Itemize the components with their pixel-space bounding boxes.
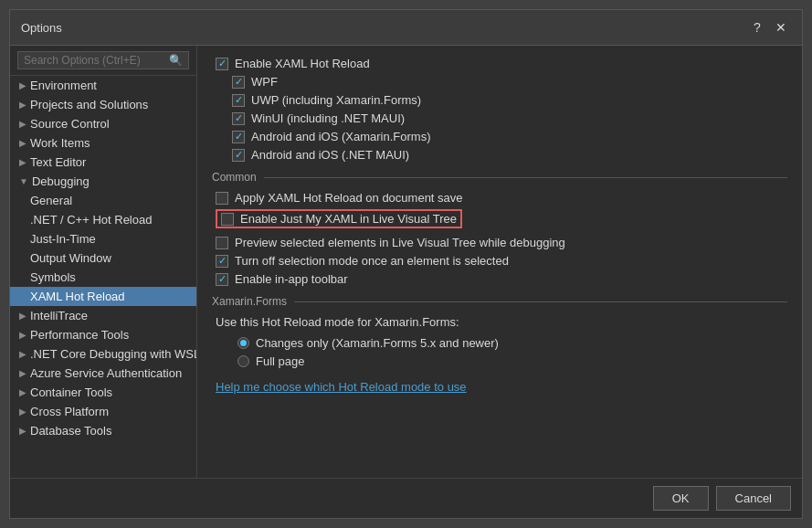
search-input[interactable]	[24, 54, 169, 67]
help-link-row: Help me choose which Hot Reload mode to …	[212, 373, 787, 394]
sidebar-item-output-window[interactable]: Output Window	[10, 248, 196, 268]
option-row-apply-on-save: Apply XAML Hot Reload on document save	[212, 191, 787, 205]
enable-xaml-label: Enable XAML Hot Reload	[235, 57, 370, 70]
content-scroll: Enable XAML Hot Reload WPFUWP (including…	[197, 46, 802, 478]
option-row-uwp: UWP (including Xamarin.Forms)	[212, 93, 787, 107]
checkbox-wpf[interactable]	[232, 76, 245, 89]
search-box: 🔍	[10, 46, 196, 76]
xamarin-description-row: Use this Hot Reload mode for Xamarin.For…	[212, 315, 787, 329]
title-bar: Options ? ✕	[10, 10, 802, 46]
label-preview-selected: Preview selected elements in Live Visual…	[235, 236, 565, 249]
sub-options-area: WPFUWP (including Xamarin.Forms)WinUI (i…	[212, 75, 787, 162]
common-options-area: Apply XAML Hot Reload on document saveEn…	[212, 191, 787, 286]
arrow-icon-performance-tools: ▶	[19, 330, 26, 340]
cancel-button[interactable]: Cancel	[716, 486, 791, 511]
sidebar-item-general[interactable]: General	[10, 191, 196, 210]
sidebar-item-work-items[interactable]: ▶Work Items	[10, 133, 196, 153]
option-row-wpf: WPF	[212, 75, 787, 89]
sidebar-item-source-control[interactable]: ▶Source Control	[10, 114, 196, 133]
help-button[interactable]: ?	[747, 17, 767, 37]
sidebar-item-cross-platform[interactable]: ▶Cross Platform	[10, 402, 196, 421]
sidebar-label-just-in-time: Just-In-Time	[30, 232, 96, 246]
checkbox-winui[interactable]	[232, 112, 245, 125]
sidebar-item-text-editor[interactable]: ▶Text Editor	[10, 153, 196, 172]
sidebar-item-azure-service-auth[interactable]: ▶Azure Service Authentication	[10, 364, 196, 383]
checkbox-turn-off-selection[interactable]	[216, 255, 228, 268]
checkbox-uwp[interactable]	[232, 94, 245, 107]
arrow-icon-azure-service-auth: ▶	[19, 368, 26, 378]
search-icon: 🔍	[169, 54, 183, 67]
sidebar-item-environment[interactable]: ▶Environment	[10, 76, 196, 95]
label-turn-off-selection: Turn off selection mode once an element …	[235, 254, 509, 268]
enable-xaml-option-row: Enable XAML Hot Reload	[212, 57, 787, 70]
sidebar-item-xaml-hot-reload[interactable]: XAML Hot Reload	[10, 287, 196, 306]
arrow-icon-text-editor: ▶	[19, 157, 26, 167]
option-row-preview-selected: Preview selected elements in Live Visual…	[212, 236, 787, 249]
label-winui: WinUI (including .NET MAUI)	[251, 111, 405, 125]
arrow-icon-net-core-debugging: ▶	[19, 349, 26, 359]
arrow-icon-container-tools: ▶	[19, 387, 26, 397]
xamarin-description: Use this Hot Reload mode for Xamarin.For…	[216, 315, 459, 329]
highlight-box-enable-just-my-xaml: Enable Just My XAML in Live Visual Tree	[216, 209, 462, 228]
xamarin-label: Xamarin.Forms	[212, 295, 287, 308]
help-link[interactable]: Help me choose which Hot Reload mode to …	[212, 380, 467, 394]
label-android-ios-maui: Android and iOS (.NET MAUI)	[251, 148, 409, 162]
ok-button[interactable]: OK	[653, 486, 709, 511]
dialog-title: Options	[21, 21, 62, 35]
sidebar-label-performance-tools: Performance Tools	[30, 328, 129, 342]
sidebar-label-work-items: Work Items	[30, 136, 90, 150]
sidebar-label-cross-platform: Cross Platform	[30, 405, 109, 418]
title-actions: ? ✕	[747, 17, 791, 37]
label-enable-just-my-xaml: Enable Just My XAML in Live Visual Tree	[240, 212, 457, 226]
sidebar-item-just-in-time[interactable]: Just-In-Time	[10, 229, 196, 248]
arrow-icon-database-tools: ▶	[19, 426, 26, 436]
sidebar-label-net-core-debugging: .NET Core Debugging with WSL	[30, 347, 196, 361]
arrow-icon-source-control: ▶	[19, 119, 26, 129]
common-divider: Common	[212, 171, 787, 184]
sidebar-item-intellitrace[interactable]: ▶IntelliTrace	[10, 306, 196, 325]
sidebar-item-database-tools[interactable]: ▶Database Tools	[10, 421, 196, 440]
label-uwp: UWP (including Xamarin.Forms)	[251, 93, 421, 107]
radio-changes-only[interactable]	[237, 337, 249, 349]
sidebar-item-net-cpp-hot-reload[interactable]: .NET / C++ Hot Reload	[10, 210, 196, 229]
common-label: Common	[212, 171, 257, 184]
xamarin-divider-rule	[294, 301, 787, 302]
radio-full-page[interactable]	[237, 355, 249, 367]
sidebar-label-container-tools: Container Tools	[30, 385, 112, 399]
radio-label-full-page: Full page	[256, 354, 304, 368]
sidebar-item-debugging[interactable]: ▼Debugging	[10, 172, 196, 191]
options-dialog: Options ? ✕ 🔍 ▶Environment▶Projects and …	[9, 9, 803, 519]
sidebar-item-symbols[interactable]: Symbols	[10, 268, 196, 287]
search-input-wrap: 🔍	[17, 51, 189, 69]
sidebar-label-text-editor: Text Editor	[30, 155, 86, 169]
label-apply-on-save: Apply XAML Hot Reload on document save	[235, 191, 463, 205]
tree-area: ▶Environment▶Projects and Solutions▶Sour…	[10, 76, 196, 478]
enable-xaml-checkbox[interactable]	[216, 58, 228, 70]
checkbox-apply-on-save[interactable]	[216, 192, 228, 205]
checkbox-android-ios-maui[interactable]	[232, 149, 245, 162]
dialog-body: 🔍 ▶Environment▶Projects and Solutions▶So…	[10, 46, 802, 478]
sidebar-label-debugging: Debugging	[32, 174, 90, 188]
sidebar-label-source-control: Source Control	[30, 117, 110, 131]
dialog-footer: OK Cancel	[10, 478, 802, 518]
checkbox-preview-selected[interactable]	[216, 237, 228, 249]
radio-label-changes-only: Changes only (Xamarin.Forms 5.x and newe…	[256, 336, 499, 350]
sidebar-item-net-core-debugging[interactable]: ▶.NET Core Debugging with WSL	[10, 344, 196, 364]
arrow-icon-intellitrace: ▶	[19, 311, 26, 321]
sidebar-label-xaml-hot-reload: XAML Hot Reload	[30, 290, 125, 303]
sidebar-label-general: General	[30, 194, 72, 207]
checkbox-enable-just-my-xaml[interactable]	[221, 213, 234, 226]
divider-rule	[264, 177, 787, 178]
arrow-icon-cross-platform: ▶	[19, 407, 26, 417]
arrow-icon-projects-solutions: ▶	[19, 100, 26, 110]
sidebar-item-projects-solutions[interactable]: ▶Projects and Solutions	[10, 95, 196, 114]
close-button[interactable]: ✕	[771, 17, 791, 37]
checkbox-android-ios-xf[interactable]	[232, 131, 245, 143]
option-row-turn-off-selection: Turn off selection mode once an element …	[212, 254, 787, 268]
radio-options-area: Changes only (Xamarin.Forms 5.x and newe…	[212, 336, 787, 368]
checkbox-enable-toolbar[interactable]	[216, 273, 228, 286]
option-row-android-ios-xf: Android and iOS (Xamarin.Forms)	[212, 130, 787, 143]
sidebar-item-container-tools[interactable]: ▶Container Tools	[10, 383, 196, 402]
sidebar-item-performance-tools[interactable]: ▶Performance Tools	[10, 325, 196, 344]
sidebar: 🔍 ▶Environment▶Projects and Solutions▶So…	[10, 46, 197, 478]
